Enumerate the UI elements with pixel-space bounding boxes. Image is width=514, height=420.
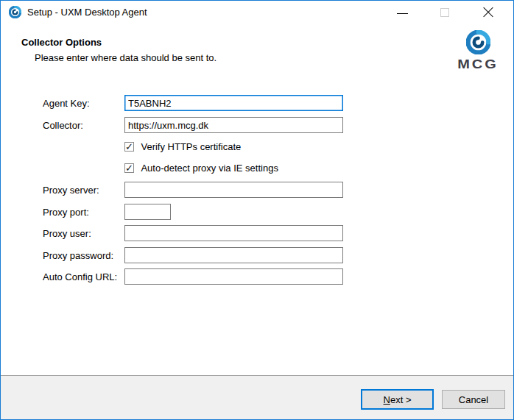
cancel-button[interactable]: Cancel	[442, 390, 505, 409]
cancel-button-label: Cancel	[459, 394, 488, 405]
verify-https-label: Verify HTTPs certificate	[141, 141, 241, 152]
next-button-accesskey: N	[384, 394, 390, 405]
minimize-icon	[397, 13, 408, 14]
agent-key-input[interactable]	[124, 95, 343, 111]
setup-wizard-window: Setup - UXM Desktop Agent Collector Opti…	[0, 0, 514, 420]
page-title: Collector Options	[21, 37, 102, 48]
verify-https-checkbox[interactable]: ✓ Verify HTTPs certificate	[124, 140, 241, 152]
collector-input[interactable]	[124, 117, 343, 133]
proxy-port-label: Proxy port:	[43, 207, 89, 218]
proxy-user-input[interactable]	[124, 225, 343, 241]
collector-label: Collector:	[43, 120, 83, 131]
proxy-port-input[interactable]	[124, 204, 171, 220]
mcg-spiral-icon	[466, 30, 490, 54]
window-title: Setup - UXM Desktop Agent	[27, 7, 147, 18]
auto-config-url-input[interactable]	[124, 268, 343, 285]
mcg-logo: MCG	[445, 30, 511, 73]
close-button[interactable]	[474, 1, 504, 24]
maximize-button	[430, 1, 460, 24]
app-spiral-icon	[9, 6, 21, 18]
page-subtitle: Please enter where data should be sent t…	[35, 52, 216, 63]
auto-config-url-label: Auto Config URL:	[43, 271, 117, 282]
next-button[interactable]: Next >	[361, 389, 434, 410]
minimize-button[interactable]	[387, 1, 417, 24]
proxy-password-input[interactable]	[124, 247, 343, 263]
close-icon	[482, 7, 494, 18]
autodetect-proxy-checkmark-icon: ✓	[124, 163, 134, 173]
maximize-icon	[440, 8, 449, 17]
verify-https-checkmark-icon: ✓	[124, 142, 134, 152]
autodetect-proxy-checkbox[interactable]: ✓ Auto-detect proxy via IE settings	[124, 161, 278, 173]
agent-key-label: Agent Key:	[43, 98, 90, 109]
proxy-server-label: Proxy server:	[43, 185, 99, 196]
footer-bar: Next > Cancel	[1, 375, 513, 419]
proxy-server-input[interactable]	[124, 182, 343, 198]
autodetect-proxy-label: Auto-detect proxy via IE settings	[141, 163, 278, 174]
titlebar: Setup - UXM Desktop Agent	[1, 1, 513, 24]
next-button-label: ext >	[390, 394, 412, 405]
proxy-user-label: Proxy user:	[43, 228, 91, 239]
proxy-password-label: Proxy password:	[43, 250, 113, 261]
mcg-wordmark: MCG	[445, 57, 511, 72]
